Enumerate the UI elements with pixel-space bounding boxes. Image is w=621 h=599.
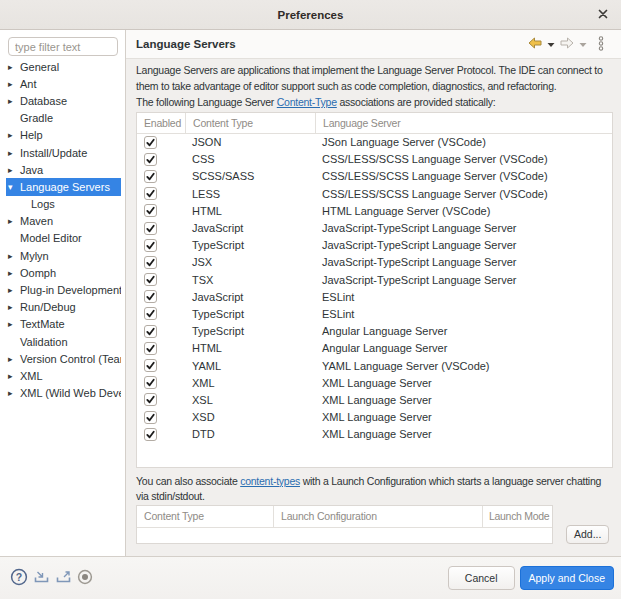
sidebar-item-model-editor[interactable]: Model Editor [6, 230, 121, 247]
column-header-language-server[interactable]: Language Server [315, 113, 612, 133]
table-row[interactable]: XSDXML Language Server [137, 409, 612, 426]
titlebar[interactable]: Preferences [0, 0, 621, 30]
chevron-down-icon[interactable]: ▾ [8, 182, 20, 192]
enabled-checkbox[interactable] [144, 428, 157, 441]
chevron-right-icon[interactable]: ▸ [8, 130, 20, 140]
sidebar-item-general[interactable]: ▸General [6, 58, 121, 75]
enabled-checkbox[interactable] [144, 411, 157, 424]
sidebar-item-plug-in-development[interactable]: ▸Plug-in Development [6, 281, 121, 298]
enabled-checkbox[interactable] [144, 222, 157, 235]
chevron-right-icon[interactable]: ▸ [8, 302, 20, 312]
table-row[interactable]: HTMLAngular Language Server [137, 340, 612, 357]
sidebar-item-textmate[interactable]: ▸TextMate [6, 316, 121, 333]
record-icon[interactable] [77, 569, 93, 587]
column-header-launch-mode[interactable]: Launch Mode [482, 506, 552, 527]
chevron-right-icon[interactable]: ▸ [8, 165, 20, 175]
sidebar-item-logs[interactable]: Logs [6, 196, 121, 213]
table-row[interactable]: TypeScriptAngular Language Server [137, 323, 612, 340]
table-row[interactable]: DTDXML Language Server [137, 426, 612, 443]
enabled-checkbox[interactable] [144, 273, 157, 286]
back-icon[interactable] [528, 37, 542, 51]
chevron-right-icon[interactable]: ▸ [8, 388, 20, 398]
sidebar-item-mylyn[interactable]: ▸Mylyn [6, 247, 121, 264]
forward-dropdown-icon[interactable] [579, 38, 587, 50]
sidebar-item-xml[interactable]: ▸XML [6, 367, 121, 384]
enabled-checkbox[interactable] [144, 325, 157, 338]
cancel-button[interactable]: Cancel [448, 566, 515, 590]
chevron-right-icon[interactable]: ▸ [8, 354, 20, 364]
sidebar-item-maven[interactable]: ▸Maven [6, 213, 121, 230]
column-header-content-type2[interactable]: Content Type [137, 506, 273, 527]
close-icon[interactable] [597, 8, 609, 20]
enabled-checkbox[interactable] [144, 256, 157, 269]
enabled-checkbox[interactable] [144, 153, 157, 166]
sidebar-item-label: Plug-in Development [20, 284, 121, 296]
add-button[interactable]: Add... [566, 525, 609, 544]
table-row[interactable]: CSSCSS/LESS/SCSS Language Server (VSCode… [137, 151, 612, 168]
table-row[interactable]: SCSS/SASSCSS/LESS/SCSS Language Server (… [137, 168, 612, 185]
sidebar-item-label: Gradle [20, 112, 53, 124]
enabled-checkbox[interactable] [144, 359, 157, 372]
table-row[interactable]: HTMLHTML Language Server (VSCode) [137, 202, 612, 219]
sidebar-item-run-debug[interactable]: ▸Run/Debug [6, 299, 121, 316]
view-menu-icon[interactable] [598, 36, 604, 53]
enabled-checkbox[interactable] [144, 136, 157, 149]
enabled-checkbox[interactable] [144, 307, 157, 320]
content-types-link[interactable]: content-types [240, 475, 300, 487]
chevron-right-icon[interactable]: ▸ [8, 268, 20, 278]
chevron-right-icon[interactable]: ▸ [8, 148, 20, 158]
table-row[interactable]: XSLXML Language Server [137, 391, 612, 408]
chevron-right-icon[interactable]: ▸ [8, 371, 20, 381]
apply-and-close-button[interactable]: Apply and Close [520, 566, 614, 590]
sidebar-item-language-servers[interactable]: ▾Language Servers [6, 178, 121, 195]
table-row[interactable]: TSXJavaScript-TypeScript Language Server [137, 271, 612, 288]
back-dropdown-icon[interactable] [547, 38, 555, 50]
sidebar-item-gradle[interactable]: Gradle [6, 110, 121, 127]
column-header-content-type[interactable]: Content Type [185, 113, 315, 133]
language-server-cell: JSon Language Server (VSCode) [315, 134, 612, 151]
export-icon[interactable] [55, 569, 72, 587]
chevron-right-icon[interactable]: ▸ [8, 96, 20, 106]
chevron-right-icon[interactable]: ▸ [8, 319, 20, 329]
table-row[interactable]: LESSCSS/LESS/SCSS Language Server (VSCod… [137, 185, 612, 202]
sidebar-item-help[interactable]: ▸Help [6, 127, 121, 144]
filter-input[interactable] [8, 37, 118, 56]
enabled-checkbox[interactable] [144, 239, 157, 252]
column-header-launch-config[interactable]: Launch Configuration [273, 506, 482, 527]
chevron-right-icon[interactable]: ▸ [8, 216, 20, 226]
column-header-enabled[interactable]: Enabled [137, 113, 185, 133]
sidebar-item-version-control-team[interactable]: ▸Version Control (Team [6, 350, 121, 367]
chevron-right-icon[interactable]: ▸ [8, 285, 20, 295]
bottom-bar: ? Cancel Apply and Close [0, 556, 621, 599]
sidebar-item-xml-wild-web-devel[interactable]: ▸XML (Wild Web Devel [6, 385, 121, 402]
import-icon[interactable] [33, 569, 50, 587]
table-row[interactable]: JavaScriptJavaScript-TypeScript Language… [137, 219, 612, 236]
table-row[interactable]: TypeScriptJavaScript-TypeScript Language… [137, 237, 612, 254]
table-row[interactable]: YAMLYAML Language Server (VSCode) [137, 357, 612, 374]
enabled-checkbox[interactable] [144, 376, 157, 389]
chevron-right-icon[interactable]: ▸ [8, 62, 20, 72]
enabled-checkbox[interactable] [144, 170, 157, 183]
table-row[interactable]: XMLXML Language Server [137, 374, 612, 391]
language-server-cell: JavaScript-TypeScript Language Server [315, 254, 612, 271]
sidebar-item-install-update[interactable]: ▸Install/Update [6, 144, 121, 161]
enabled-checkbox[interactable] [144, 187, 157, 200]
forward-icon[interactable] [560, 37, 574, 51]
enabled-checkbox[interactable] [144, 393, 157, 406]
enabled-checkbox[interactable] [144, 342, 157, 355]
enabled-checkbox[interactable] [144, 204, 157, 217]
enabled-checkbox[interactable] [144, 290, 157, 303]
sidebar-item-java[interactable]: ▸Java [6, 161, 121, 178]
chevron-right-icon[interactable]: ▸ [8, 251, 20, 261]
sidebar-item-ant[interactable]: ▸Ant [6, 75, 121, 92]
sidebar-item-oomph[interactable]: ▸Oomph [6, 264, 121, 281]
table-row[interactable]: JavaScriptESLint [137, 288, 612, 305]
chevron-right-icon[interactable]: ▸ [8, 79, 20, 89]
help-icon[interactable]: ? [10, 568, 28, 588]
table-row[interactable]: TypeScriptESLint [137, 305, 612, 322]
sidebar-item-database[interactable]: ▸Database [6, 92, 121, 109]
table-row[interactable]: JSXJavaScript-TypeScript Language Server [137, 254, 612, 271]
content-type-link[interactable]: Content-Type [277, 96, 337, 108]
sidebar-item-validation[interactable]: Validation [6, 333, 121, 350]
table-row[interactable]: JSONJSon Language Server (VSCode) [137, 134, 612, 151]
